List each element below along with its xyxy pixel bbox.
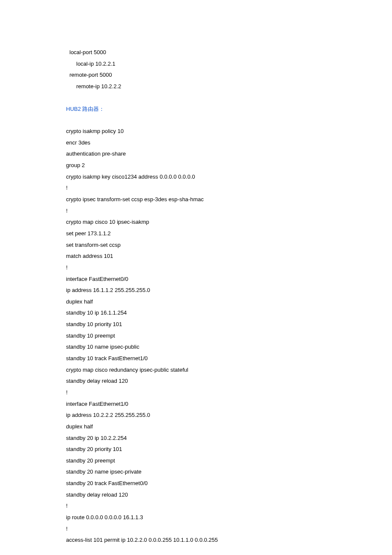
config-line: ! xyxy=(66,523,326,535)
config-line: standby 10 track FastEthernet1/0 xyxy=(66,353,326,364)
config-line: crypto isakmp key cisco1234 address 0.0.… xyxy=(66,171,326,183)
config-line: ! xyxy=(66,500,326,512)
config-line: group 2 xyxy=(66,160,326,171)
config-line: remote-ip 10.2.2.2 xyxy=(66,81,326,92)
config-line: standby 20 name ipsec-private xyxy=(66,466,326,478)
config-line: ip route 0.0.0.0 0.0.0.0 16.1.1.3 xyxy=(66,512,326,523)
config-line: duplex half xyxy=(66,296,326,308)
config-line: standby 10 preempt xyxy=(66,330,326,342)
config-line: remote-port 5000 xyxy=(66,69,326,81)
config-line: standby 10 name ipsec-public xyxy=(66,341,326,353)
config-line: standby 20 track FastEthernet0/0 xyxy=(66,478,326,489)
config-line: standby delay reload 120 xyxy=(66,376,326,387)
config-line: crypto isakmp policy 10 xyxy=(66,126,326,137)
config-line: interface FastEthernet1/0 xyxy=(66,399,326,410)
config-line: ! xyxy=(66,205,326,217)
config-line: standby 20 ip 10.2.2.254 xyxy=(66,433,326,444)
config-line: ! xyxy=(66,387,326,399)
config-line: ip address 10.2.2.2 255.255.255.0 xyxy=(66,410,326,421)
config-line: set transform-set ccsp xyxy=(66,240,326,251)
config-line: ! xyxy=(66,182,326,194)
config-line: standby 20 preempt xyxy=(66,455,326,467)
config-line: standby 10 priority 101 xyxy=(66,319,326,330)
config-line: match address 101 xyxy=(66,251,326,262)
config-line: interface FastEthernet0/0 xyxy=(66,274,326,285)
config-line: crypto map cisco 10 ipsec-isakmp xyxy=(66,217,326,228)
config-line: access-list 101 permit ip 10.2.2.0 0.0.0… xyxy=(66,535,326,546)
config-line: crypto ipsec transform-set ccsp esp-3des… xyxy=(66,194,326,205)
config-line: ! xyxy=(66,262,326,274)
config-line: standby delay reload 120 xyxy=(66,489,326,501)
section-heading-hub2: HUB2 路由器： xyxy=(66,104,326,115)
config-line: standby 20 priority 101 xyxy=(66,444,326,455)
config-line: crypto map cisco redundancy ipsec-public… xyxy=(66,364,326,376)
config-line: encr 3des xyxy=(66,137,326,149)
config-line: ip address 16.1.1.2 255.255.255.0 xyxy=(66,285,326,296)
config-line: authentication pre-share xyxy=(66,148,326,160)
config-line: local-ip 10.2.2.1 xyxy=(66,58,326,70)
config-line: local-port 5000 xyxy=(66,47,326,58)
config-line: standby 10 ip 16.1.1.254 xyxy=(66,307,326,319)
config-line: set peer 173.1.1.2 xyxy=(66,228,326,240)
config-line: duplex half xyxy=(66,421,326,433)
